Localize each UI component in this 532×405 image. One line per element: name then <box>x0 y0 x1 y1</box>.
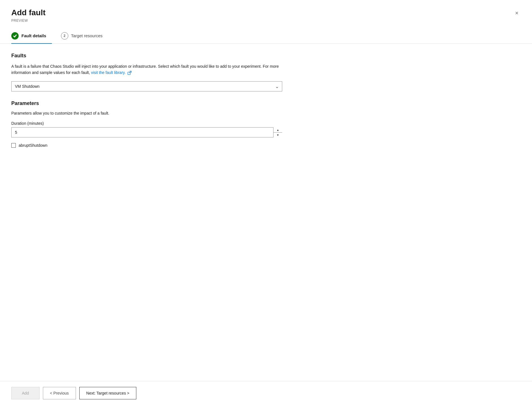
tab-fault-details[interactable]: Fault details <box>11 29 52 43</box>
spinner-down-button[interactable]: ▼ <box>273 133 282 138</box>
duration-input[interactable] <box>11 127 282 137</box>
tab-target-resources[interactable]: 2 Target resources <box>61 29 108 43</box>
faults-description-text1: A fault is a failure that Chaos Studio w… <box>11 64 279 75</box>
previous-button[interactable]: < Previous <box>43 387 76 399</box>
tab-fault-details-label: Fault details <box>21 33 46 38</box>
faults-section-title: Faults <box>11 53 521 59</box>
dialog-title: Add fault <box>11 8 45 17</box>
dialog-footer: Add < Previous Next: Target resources > <box>0 381 532 405</box>
parameters-description: Parameters allow you to customize the im… <box>11 111 521 115</box>
step-2-icon: 2 <box>61 32 68 40</box>
fault-select[interactable]: VM Shutdown CPU Pressure Memory Pressure… <box>11 81 282 91</box>
parameters-section-title: Parameters <box>11 100 521 106</box>
spinner-up-button[interactable]: ▲ <box>273 127 282 133</box>
duration-field-group: Duration (minutes) ▲ ▼ <box>11 121 521 137</box>
abrupt-shutdown-label: abruptShutdown <box>19 143 47 148</box>
abrupt-shutdown-checkbox[interactable] <box>11 143 16 148</box>
dialog-subtitle: PREVIEW <box>11 19 45 23</box>
duration-label: Duration (minutes) <box>11 121 521 126</box>
spinner-buttons: ▲ ▼ <box>273 127 282 137</box>
close-button[interactable]: × <box>513 9 521 17</box>
faults-description: A fault is a failure that Chaos Studio w… <box>11 63 282 76</box>
main-content: Faults A fault is a failure that Chaos S… <box>0 44 532 381</box>
fault-library-link[interactable]: visit the fault library. <box>91 70 132 75</box>
tabs: Fault details 2 Target resources <box>11 29 521 43</box>
parameters-section: Parameters Parameters allow you to custo… <box>11 100 521 148</box>
abrupt-shutdown-row: abruptShutdown <box>11 143 521 148</box>
tabs-section: Fault details 2 Target resources <box>0 23 532 44</box>
faults-section: Faults A fault is a failure that Chaos S… <box>11 53 521 92</box>
duration-input-container: ▲ ▼ <box>11 127 282 137</box>
add-button[interactable]: Add <box>11 387 40 399</box>
next-button[interactable]: Next: Target resources > <box>79 387 137 399</box>
external-link-icon <box>128 71 132 75</box>
title-group: Add fault PREVIEW <box>11 8 45 23</box>
tab-target-resources-label: Target resources <box>71 33 103 38</box>
add-fault-dialog: Add fault PREVIEW × Fault details 2 Targ… <box>0 0 532 405</box>
step-1-icon <box>11 32 19 40</box>
dialog-header: Add fault PREVIEW × <box>0 0 532 23</box>
fault-select-container: VM Shutdown CPU Pressure Memory Pressure… <box>11 81 282 91</box>
